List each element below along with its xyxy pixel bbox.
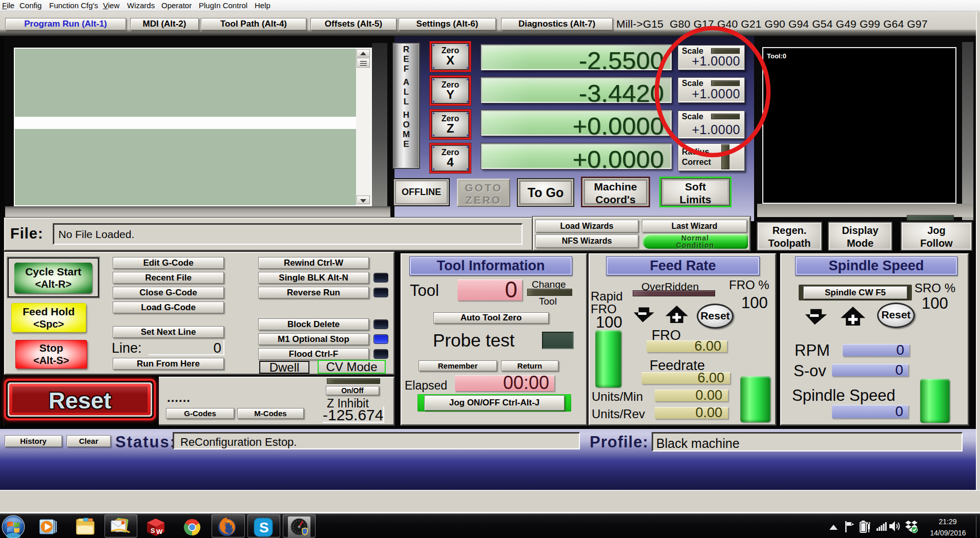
- svg-text:W: W: [156, 528, 163, 535]
- svg-text:S: S: [259, 520, 269, 535]
- svg-text:S: S: [151, 527, 155, 534]
